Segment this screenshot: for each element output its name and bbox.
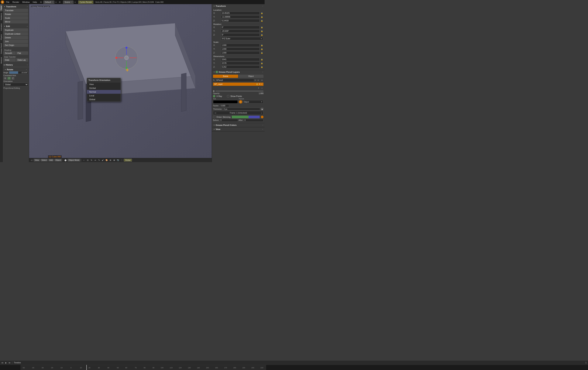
rot-mode-value[interactable]: XYZ Euler ▼	[221, 37, 263, 40]
axis-z-btn[interactable]: Z	[11, 77, 15, 80]
prop-transform-header[interactable]: ▼ Transform –	[212, 4, 265, 8]
add-btn[interactable]: Add	[48, 159, 54, 162]
rotate-btn[interactable]: Rotate	[3, 12, 28, 16]
paint-icon[interactable]: 🎨	[105, 159, 108, 162]
scale-z-value[interactable]: 1.000	[221, 51, 260, 54]
viewport[interactable]: User Persp (Local)	[29, 4, 212, 162]
menu-help[interactable]: Help	[32, 0, 38, 4]
left-tab-measure[interactable]: Measure	[0, 55, 2, 65]
after-value[interactable]: 0	[243, 119, 263, 122]
gp-colors-pin[interactable]: –	[262, 124, 263, 126]
left-tab-physics[interactable]: Physics	[0, 32, 2, 41]
layer-lock-icon[interactable]: 🔒	[256, 83, 258, 85]
gp-pencil-remove-btn[interactable]: ×	[261, 79, 263, 82]
mirror-btn[interactable]: Mirror	[3, 20, 28, 23]
tab-scene[interactable]: Scene ×	[63, 0, 74, 4]
view-pin[interactable]: –	[262, 128, 263, 130]
view-section-header[interactable]: ▼ View –	[212, 127, 265, 131]
before-value[interactable]: 0	[220, 119, 238, 122]
edit-header[interactable]: ▼ Edit –	[3, 25, 29, 28]
rot-z-lock[interactable]: 🔒	[261, 34, 263, 36]
axis-x-btn[interactable]: X	[3, 77, 7, 80]
gp-pencil-name-field[interactable]	[215, 79, 254, 82]
tab-default[interactable]: Default ×	[43, 0, 54, 4]
layer-x-icon[interactable]: ×	[261, 83, 262, 85]
tint-color-swatch[interactable]	[213, 100, 238, 103]
gp-pencil-icon[interactable]: ✎	[213, 79, 215, 81]
camera-icon[interactable]: 📷	[116, 159, 120, 162]
angle-slider[interactable]: -20.639°	[9, 71, 28, 74]
transform-header[interactable]: ▼ Transform –	[3, 5, 29, 8]
dim-z-value[interactable]: 0.262	[221, 65, 260, 69]
gp-move-down-btn[interactable]: –	[261, 87, 263, 90]
delete-btn[interactable]: Delete	[3, 36, 28, 39]
left-tab-relations[interactable]: Relations	[0, 11, 2, 22]
add-scene[interactable]: +	[74, 1, 76, 4]
loc-y-value[interactable]: -11.68896	[221, 15, 260, 19]
parent-field[interactable]: Object ▼	[243, 100, 264, 103]
popup-item-global[interactable]: Global	[87, 98, 121, 101]
scale-z-lock[interactable]: 🔒	[261, 52, 263, 54]
duplicate-btn[interactable]: Duplicate	[3, 28, 28, 32]
flat-btn[interactable]: Flat	[16, 51, 28, 55]
gp-tab-object[interactable]: Object	[239, 75, 264, 78]
frame-icon[interactable]: ⊞	[109, 159, 112, 162]
left-tab-animation[interactable]: Animation	[0, 22, 2, 32]
join-btn[interactable]: Join	[3, 40, 28, 43]
more-icon[interactable]: ⋮	[120, 159, 123, 162]
scale-x-lock[interactable]: 🔒	[261, 44, 263, 46]
data-lay-btn[interactable]: Data Lay	[16, 58, 28, 62]
onion-checkbox[interactable]	[213, 116, 215, 118]
mirror-icon[interactable]: ⇔	[94, 159, 97, 162]
translate-btn[interactable]: Translate	[3, 9, 28, 12]
loc-z-lock[interactable]: 🔒	[261, 20, 263, 22]
duplicate-linked-btn[interactable]: Duplicate Linked	[3, 32, 28, 36]
prop-transform-pin[interactable]: –	[262, 5, 263, 7]
menu-render[interactable]: Render	[11, 0, 21, 4]
scale-y-value[interactable]: 1.000	[221, 47, 260, 51]
select-btn[interactable]: Select	[41, 159, 48, 162]
left-tab-tools[interactable]: Tools	[0, 4, 2, 11]
menu-file[interactable]: File	[5, 0, 10, 4]
history-header[interactable]: ▶ History –	[3, 63, 29, 67]
layer-eye-icon[interactable]: 👁	[259, 83, 261, 85]
rot-x-lock[interactable]: 🔒	[261, 26, 263, 28]
scale-y-lock[interactable]: 🔒	[261, 48, 263, 50]
frame-close-icon[interactable]: ×	[261, 112, 262, 114]
rot-z-value[interactable]: 0°	[221, 33, 260, 36]
render-icon[interactable]: ⊠	[113, 159, 116, 162]
scene-close[interactable]: ×	[71, 1, 72, 3]
factor-value[interactable]: 0.000	[220, 104, 229, 107]
thickness-up-btn[interactable]: ▲	[261, 108, 263, 110]
onion-progress-bar[interactable]	[232, 116, 260, 118]
render-engine[interactable]: Cycles Render	[78, 0, 93, 4]
transform-pin-icon[interactable]: –	[27, 6, 28, 8]
frame-add-icon[interactable]: ◁	[214, 112, 216, 114]
gp-layer-row[interactable]: GP_Layer 🔒 👁 ×	[213, 82, 263, 86]
global-btn[interactable]: Global	[124, 159, 132, 162]
menu-window[interactable]: Window	[21, 0, 31, 4]
dim-x-value[interactable]: 3.841	[221, 58, 260, 61]
rot-y-lock[interactable]: 🔒	[261, 30, 263, 32]
left-tab-grease-pencil[interactable]: Grease Pencil	[0, 41, 2, 56]
popup-item-gimbal[interactable]: Gimbal	[87, 86, 121, 90]
object-mode-btn[interactable]: Object Mode	[67, 159, 81, 162]
rotate-pin-icon[interactable]: –	[26, 69, 27, 71]
loc-y-lock[interactable]: 🔒	[261, 16, 263, 18]
loc-x-lock[interactable]: 🔒	[261, 12, 263, 14]
axis-y-btn[interactable]: Y	[7, 77, 11, 80]
rot-icon[interactable]: ↻	[90, 159, 93, 162]
gp-layers-checkbox[interactable]	[216, 71, 218, 73]
pencil-icon[interactable]: ✎	[97, 159, 101, 162]
rotate-panel-header[interactable]: ▼ Rotate –	[3, 68, 28, 71]
view-btn[interactable]: View	[34, 159, 40, 162]
onion-icon[interactable]	[261, 116, 263, 118]
tab-close[interactable]: ×	[52, 1, 52, 3]
popup-item-normal[interactable]: Normal	[87, 90, 121, 94]
loc-z-value[interactable]: 5.14418	[221, 19, 260, 22]
gp-tab-scene[interactable]: Scene	[213, 75, 238, 78]
gp-layer-add-btn[interactable]: +	[257, 79, 260, 82]
snap-icon[interactable]: ⊡	[86, 159, 89, 162]
scale-btn[interactable]: Scale	[3, 16, 28, 20]
gp-layers-header[interactable]: ▼ Grease Pencil Layers –	[212, 70, 265, 74]
